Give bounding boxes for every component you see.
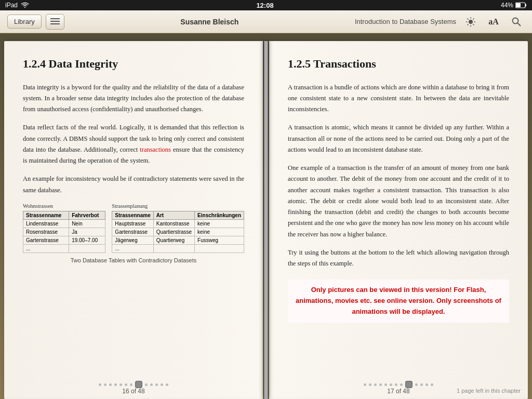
tables-container: Wohnstrassen Strassenname Fahrverbot Lin… bbox=[23, 203, 244, 253]
table-2-title: Strassenplanung bbox=[112, 203, 244, 209]
right-page-bottom: 17 of 48 1 page left in this chapter bbox=[269, 374, 528, 399]
dot bbox=[420, 383, 423, 386]
right-progress-dots bbox=[269, 382, 528, 387]
dot bbox=[431, 383, 433, 386]
table-2-header-3: Einschränkungen bbox=[195, 211, 244, 219]
svg-rect-4 bbox=[50, 21, 60, 22]
svg-line-16 bbox=[517, 23, 521, 26]
dot bbox=[99, 383, 101, 386]
left-page-bottom: 16 of 48 bbox=[4, 374, 263, 399]
dot bbox=[155, 383, 158, 386]
table-row: Gartenstrasse19.00–7.00 bbox=[23, 236, 105, 244]
wifi-icon bbox=[21, 2, 29, 8]
right-page-info: 1 page left in this chapter bbox=[457, 388, 521, 394]
dot bbox=[104, 383, 107, 386]
dot bbox=[119, 383, 122, 386]
dot-active bbox=[405, 381, 413, 388]
svg-rect-3 bbox=[50, 18, 60, 19]
svg-line-13 bbox=[473, 18, 474, 19]
table-row: JägerwegQuartierwegFussweg bbox=[112, 236, 244, 244]
contents-button[interactable] bbox=[46, 14, 64, 30]
svg-rect-5 bbox=[50, 23, 60, 24]
dot bbox=[109, 383, 112, 386]
table-1-header-2: Fahrverbot bbox=[69, 211, 105, 219]
table-caption: Two Database Tables with Contradictory D… bbox=[23, 257, 244, 263]
brightness-button[interactable] bbox=[462, 14, 479, 30]
status-right: 44% bbox=[501, 2, 527, 9]
right-para-4: Try it using the buttons at the bottom t… bbox=[288, 247, 509, 270]
flash-warning: Only pictures can be viewed in this vers… bbox=[288, 280, 509, 322]
table-1-title: Wohnstrassen bbox=[23, 203, 105, 209]
table-2-header-1: Strassenname bbox=[112, 211, 153, 219]
right-page-number: 17 of 48 bbox=[387, 388, 409, 395]
battery-label: 44% bbox=[501, 2, 513, 9]
table-1-wrapper: Wohnstrassen Strassenname Fahrverbot Lin… bbox=[23, 203, 105, 253]
dot bbox=[161, 383, 163, 386]
status-time: 12:08 bbox=[256, 2, 273, 9]
dot bbox=[384, 383, 387, 386]
table-1-header-1: Strassenname bbox=[23, 211, 69, 219]
book-spine bbox=[264, 41, 268, 399]
transactions-link[interactable]: transactions bbox=[140, 146, 171, 153]
dot bbox=[364, 383, 366, 386]
library-button[interactable]: Library bbox=[7, 15, 42, 29]
left-para-1: Data integrity is a byword for the quali… bbox=[23, 82, 244, 115]
toolbar-right: Introduction to Database Systems aA bbox=[355, 14, 525, 30]
left-para-3: An example for inconsistency would be if… bbox=[23, 174, 244, 196]
dot bbox=[415, 383, 418, 386]
dot bbox=[150, 383, 153, 386]
left-progress-dots bbox=[4, 382, 263, 387]
dot bbox=[145, 383, 148, 386]
svg-rect-2 bbox=[516, 3, 521, 7]
book-title-label: Introduction to Database Systems bbox=[355, 18, 456, 25]
dot bbox=[369, 383, 371, 386]
left-page-number: 16 of 48 bbox=[122, 388, 144, 395]
dot bbox=[425, 383, 428, 386]
svg-point-6 bbox=[469, 20, 473, 24]
font-button[interactable]: aA bbox=[485, 14, 502, 30]
toolbar-author: Susanne Bleisch bbox=[69, 18, 351, 26]
svg-rect-1 bbox=[525, 4, 526, 7]
table-row: HauptstrasseKantonstrassekeine bbox=[112, 219, 244, 228]
dot bbox=[395, 383, 397, 386]
font-size-label: aA bbox=[488, 18, 499, 26]
dot bbox=[379, 383, 382, 386]
search-button[interactable] bbox=[508, 14, 525, 30]
dot bbox=[166, 383, 168, 386]
dot bbox=[125, 383, 127, 386]
book-container: 1.2.4 Data Integrity Data integrity is a… bbox=[0, 33, 532, 399]
table-2: Strassenname Art Einschränkungen Hauptst… bbox=[112, 211, 244, 253]
right-para-2: A transaction is atomic, which means it … bbox=[288, 122, 509, 155]
right-page-heading: 1.2.5 Transactions bbox=[288, 57, 509, 72]
left-para-2: Data reflect facts of the real world. Lo… bbox=[23, 122, 244, 166]
table-row: LindenstrasseNein bbox=[23, 219, 105, 228]
toolbar: Library Susanne Bleisch Introduction to … bbox=[0, 10, 532, 33]
dot bbox=[400, 383, 403, 386]
status-left: iPad bbox=[5, 2, 29, 9]
left-page: 1.2.4 Data Integrity Data integrity is a… bbox=[4, 41, 263, 399]
dot-active bbox=[135, 381, 142, 388]
device-label: iPad bbox=[5, 2, 18, 9]
dot bbox=[390, 383, 392, 386]
table-2-header-2: Art bbox=[153, 211, 194, 219]
svg-line-14 bbox=[468, 24, 469, 25]
status-bar: iPad 12:08 44% bbox=[0, 0, 532, 10]
right-para-1: A transaction is a bundle of actions whi… bbox=[288, 82, 509, 115]
table-row: RosenstrasseJa bbox=[23, 228, 105, 236]
svg-line-11 bbox=[468, 18, 469, 19]
table-row: ... bbox=[23, 244, 105, 252]
right-page: 1.2.5 Transactions A transaction is a bu… bbox=[269, 41, 528, 399]
table-row: GartenstrasseQuartierstrassekeine bbox=[112, 228, 244, 236]
battery-icon bbox=[515, 2, 527, 8]
table-2-wrapper: Strassenplanung Strassenname Art Einschr… bbox=[112, 203, 244, 253]
dot bbox=[130, 383, 132, 386]
dot bbox=[374, 383, 377, 386]
dot bbox=[114, 383, 117, 386]
svg-line-12 bbox=[473, 24, 474, 25]
right-para-3: One example of a transaction is the tran… bbox=[288, 163, 509, 240]
table-1: Strassenname Fahrverbot LindenstrasseNei… bbox=[23, 211, 105, 253]
table-row: ... bbox=[112, 244, 244, 252]
svg-point-15 bbox=[513, 18, 518, 23]
left-page-heading: 1.2.4 Data Integrity bbox=[23, 57, 244, 72]
